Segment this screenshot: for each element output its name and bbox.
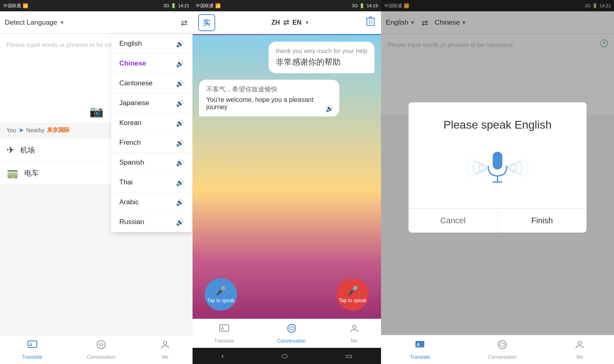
bottom-nav-1: A Translate Conversation Me (0, 335, 193, 364)
svg-text:A: A (29, 342, 32, 347)
speak-btn-right[interactable]: 🎤 Tap to speak (337, 278, 369, 311)
status-right-1: 3G 🔋 14:21 (163, 3, 189, 8)
nav-translate-2[interactable]: A Translate (214, 323, 234, 344)
lang-option-chinese[interactable]: Chinese 🔊 (111, 54, 192, 74)
svg-text:A: A (417, 342, 420, 347)
navigation-arrow-icon: ➤ (19, 126, 24, 134)
mic-icon-right: 🎤 (347, 286, 358, 296)
realtime-btn[interactable]: 实 (198, 14, 215, 31)
lang-option-thai[interactable]: Thai 🔊 (111, 173, 192, 193)
lang-option-english[interactable]: English 🔊 (111, 34, 192, 54)
speaker-spanish-icon[interactable]: 🔊 (176, 159, 184, 167)
lang-option-korean[interactable]: Korean 🔊 (111, 113, 192, 133)
time-2: 14:19 (366, 3, 378, 8)
bottom-nav-2: A Translate Conversation Me (193, 319, 381, 348)
bottom-nav-3: A Translate Conversation Me (381, 335, 614, 364)
svg-rect-4 (367, 18, 374, 25)
lang-to-label[interactable]: EN (292, 19, 301, 26)
nav-translate-1[interactable]: A Translate (22, 339, 42, 360)
lang-chinese-label: Chinese (119, 59, 146, 68)
signal-icon-1: 📶 (23, 3, 28, 8)
bubble-zh-text-1: 不客气，希望你旅途愉快 (206, 85, 332, 94)
conversation-area: thank you very much for your help 非常感谢你的… (193, 35, 381, 319)
carrier-2: 中国联通 (196, 3, 214, 9)
svg-point-9 (353, 325, 356, 328)
speaker-french-icon[interactable]: 🔊 (176, 139, 184, 147)
speaker-cantonese-icon[interactable]: 🔊 (176, 80, 184, 87)
lang-option-spanish[interactable]: Spanish 🔊 (111, 153, 192, 173)
nav-conversation-1[interactable]: Conversation (87, 339, 115, 360)
cancel-label: Cancel (440, 216, 466, 225)
cancel-speak-btn[interactable]: Cancel (409, 209, 498, 233)
speak-modal-overlay: Please speak English (381, 0, 614, 335)
conversation-nav-icon-3 (497, 339, 508, 353)
swap-icon-1: ⇄ (181, 18, 188, 27)
realtime-label: 实 (203, 18, 210, 28)
nav-conversation-3[interactable]: Conversation (488, 339, 517, 360)
lang-option-japanese[interactable]: Japanese 🔊 (111, 93, 192, 113)
swap-language-btn[interactable]: ⇄ (181, 18, 188, 28)
speak-buttons: 🎤 Tap to speak 🎤 Tap to speak (193, 278, 381, 311)
nav-me-2[interactable]: Me (349, 323, 360, 344)
speaker-arabic-icon[interactable]: 🔊 (176, 199, 184, 206)
lang-arabic-label: Arabic (119, 198, 139, 206)
recent-btn-2[interactable]: ▭ (345, 351, 352, 360)
nearby-place[interactable]: 东京国际 (47, 127, 70, 134)
detect-language-btn[interactable]: Detect Language ▼ (5, 19, 64, 27)
nav-translate-label-3: Translate (410, 354, 430, 360)
lang-thai-label: Thai (119, 178, 133, 186)
speaker-russian-icon[interactable]: 🔊 (176, 218, 184, 226)
nav-me-label-3: Me (576, 354, 583, 360)
lang-option-russian[interactable]: Russian 🔊 (111, 212, 192, 232)
me-nav-icon-2 (349, 323, 360, 336)
home-btn-2[interactable]: ⬭ (282, 352, 288, 360)
conversation-nav-icon-1 (96, 339, 106, 353)
mic-animation-container (417, 144, 578, 192)
back-btn-2[interactable]: ‹ (221, 352, 224, 360)
speaker-english-icon[interactable]: 🔊 (176, 40, 184, 48)
nav-translate-3[interactable]: A Translate (410, 339, 430, 360)
nav-me-1[interactable]: Me (160, 339, 170, 360)
lang-from-label[interactable]: ZH (271, 19, 280, 26)
detect-language-label: Detect Language (5, 19, 57, 27)
speak-btn-left[interactable]: 🎤 Tap to speak (205, 278, 237, 311)
system-nav-bar-2: ‹ ⬭ ▭ (193, 348, 381, 364)
train-label: 电车 (24, 168, 39, 178)
lang-russian-label: Russian (119, 218, 144, 226)
lang-korean-label: Korean (119, 119, 142, 127)
translate-nav-icon-1: A (27, 339, 38, 353)
mic-waves-svg (457, 144, 538, 192)
svg-point-3 (163, 341, 167, 345)
lang-option-cantonese[interactable]: Cantonese 🔊 (111, 74, 192, 93)
nav-me-3[interactable]: Me (574, 339, 585, 360)
screen-translate: 中国联通 📶 3G 🔋 14:21 Detect Language ▼ ⇄ Pl… (0, 0, 193, 364)
speaker-korean-icon[interactable]: 🔊 (176, 119, 184, 127)
screen-translate-speak: 中国联通 📶 3G 🔋 14:21 English ▼ ⇄ Chinese ▼ … (381, 0, 614, 364)
lang-french-label: French (119, 139, 141, 147)
signal-text-2: 3G (352, 3, 358, 8)
speaker-thai-icon[interactable]: 🔊 (176, 179, 184, 186)
svg-rect-10 (493, 152, 502, 169)
chat-bubble-left: 不客气，希望你旅途愉快 You're welcome, hope you a p… (199, 80, 339, 116)
nav-translate-label-2: Translate (214, 338, 234, 344)
bubble-speaker-icon[interactable]: 🔊 (326, 105, 334, 112)
lang-option-french[interactable]: French 🔊 (111, 133, 192, 153)
carrier-1: 中国联通 (3, 3, 21, 9)
lang-option-arabic[interactable]: Arabic 🔊 (111, 193, 192, 212)
signal-icon-2: 📶 (215, 3, 221, 8)
translate-header-1: Detect Language ▼ ⇄ (0, 11, 193, 34)
finish-speak-btn[interactable]: Finish (498, 209, 587, 233)
camera-btn[interactable]: 📷 (89, 105, 104, 118)
speak-modal-body: Please speak English (409, 102, 586, 208)
speaker-chinese-icon[interactable]: 🔊 (176, 60, 184, 68)
svg-point-8 (289, 327, 294, 330)
swap-icon-2[interactable]: ⇄ (283, 18, 289, 27)
speak-btn-left-label: Tap to speak (207, 298, 235, 303)
speaker-japanese-icon[interactable]: 🔊 (176, 99, 184, 107)
svg-point-7 (288, 324, 296, 332)
lang-english-label: English (119, 40, 142, 48)
nearby-label: Nearby (26, 127, 44, 133)
nav-conversation-2[interactable]: Conversation (277, 323, 306, 344)
nav-me-label-2: Me (351, 338, 358, 344)
clear-conversation-btn[interactable] (366, 16, 375, 29)
